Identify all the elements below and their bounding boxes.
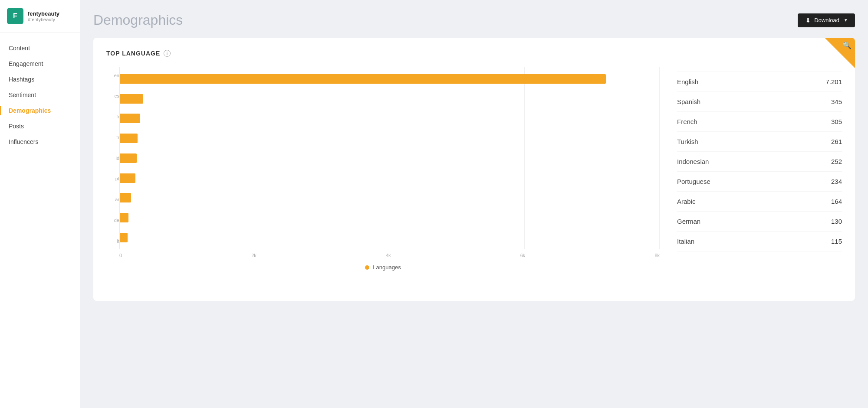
bar-fill bbox=[120, 233, 128, 242]
stat-row: French305 bbox=[677, 112, 842, 132]
bar-chart: enesfrtridptardeit 02k4k6k8k Languages bbox=[106, 67, 660, 288]
avatar: F bbox=[7, 8, 23, 24]
stat-row: English7.201 bbox=[677, 72, 842, 92]
bar-fill bbox=[120, 153, 137, 163]
x-axis-inner: 02k4k6k8k bbox=[119, 253, 660, 258]
y-axis-label: tr bbox=[106, 129, 119, 146]
stat-value: 234 bbox=[831, 178, 842, 185]
x-axis-label: 4k bbox=[386, 253, 391, 258]
brand-section: F fentybeauty #fentybeauty bbox=[0, 0, 80, 33]
x-axis-label: 8k bbox=[654, 253, 660, 258]
download-label: Download bbox=[814, 17, 839, 23]
stat-row: Spanish345 bbox=[677, 92, 842, 112]
main-content: Demographics ⬇ Download ▾ 🔍 TOP LANGUAGE… bbox=[80, 0, 868, 408]
stat-value: 252 bbox=[831, 158, 842, 165]
info-icon[interactable]: i bbox=[164, 50, 171, 57]
stat-value: 7.201 bbox=[825, 78, 842, 85]
stat-language-label: French bbox=[677, 118, 697, 125]
brand-name: fentybeauty bbox=[28, 10, 59, 17]
sidebar-item-engagement[interactable]: Engagement bbox=[0, 56, 80, 72]
y-axis-label: pt bbox=[106, 171, 119, 187]
bar-chart-area: enesfrtridptardeit 02k4k6k8k Languages bbox=[106, 67, 660, 288]
bar-row bbox=[120, 111, 660, 125]
y-axis-label: en bbox=[106, 67, 119, 84]
sidebar-item-hashtags[interactable]: Hashtags bbox=[0, 72, 80, 87]
legend-dot bbox=[365, 265, 369, 270]
brand-text: fentybeauty #fentybeauty bbox=[28, 10, 59, 22]
x-axis: 02k4k6k8k bbox=[106, 253, 660, 258]
stat-language-label: Indonesian bbox=[677, 158, 709, 165]
bar-fill bbox=[120, 74, 606, 84]
y-axis-label: ar bbox=[106, 192, 119, 208]
section-title-text: TOP LANGUAGE bbox=[106, 50, 160, 57]
chart-inner: enesfrtridptardeit bbox=[106, 67, 660, 249]
stat-row: Arabic164 bbox=[677, 192, 842, 212]
top-language-card: 🔍 TOP LANGUAGE i enesfrtridptardeit bbox=[93, 38, 855, 301]
legend-label: Languages bbox=[373, 264, 401, 271]
stat-row: Indonesian252 bbox=[677, 152, 842, 172]
stat-value: 130 bbox=[831, 218, 842, 225]
bar-fill bbox=[120, 114, 140, 123]
bar-row bbox=[120, 191, 660, 205]
stat-language-label: Turkish bbox=[677, 138, 698, 145]
sidebar: F fentybeauty #fentybeauty Content Engag… bbox=[0, 0, 80, 408]
y-axis-label: id bbox=[106, 150, 119, 166]
x-axis-label: 0 bbox=[119, 253, 122, 258]
stat-value: 345 bbox=[831, 98, 842, 105]
chart-plot bbox=[119, 67, 660, 249]
bar-row bbox=[120, 211, 660, 225]
page-title: Demographics bbox=[93, 12, 183, 28]
bar-row bbox=[120, 92, 660, 106]
stat-language-label: Italian bbox=[677, 238, 694, 245]
section-title: TOP LANGUAGE i bbox=[106, 50, 842, 57]
stat-value: 164 bbox=[831, 198, 842, 205]
stat-language-label: Arabic bbox=[677, 198, 696, 205]
search-icon: 🔍 bbox=[843, 38, 855, 49]
stat-language-label: German bbox=[677, 218, 700, 225]
stats-list: English7.201Spanish345French305Turkish26… bbox=[677, 67, 842, 251]
bar-fill bbox=[120, 134, 138, 143]
download-button[interactable]: ⬇ Download ▾ bbox=[798, 13, 855, 27]
y-axis-label: it bbox=[106, 233, 119, 249]
stat-language-label: Portuguese bbox=[677, 178, 710, 185]
bar-row bbox=[120, 72, 660, 86]
stat-value: 305 bbox=[831, 118, 842, 125]
bar-row bbox=[120, 231, 660, 245]
sidebar-item-influencers[interactable]: Influencers bbox=[0, 134, 80, 150]
y-axis-label: fr bbox=[106, 109, 119, 125]
stat-language-label: Spanish bbox=[677, 98, 700, 105]
stat-row: Turkish261 bbox=[677, 132, 842, 152]
y-axis-label: es bbox=[106, 88, 119, 104]
stat-row: Italian115 bbox=[677, 232, 842, 251]
stat-row: Portuguese234 bbox=[677, 172, 842, 192]
sidebar-item-posts[interactable]: Posts bbox=[0, 118, 80, 134]
bar-row bbox=[120, 171, 660, 185]
chevron-down-icon: ▾ bbox=[845, 17, 847, 23]
bar-fill bbox=[120, 193, 131, 202]
sidebar-item-content[interactable]: Content bbox=[0, 40, 80, 56]
bar-row bbox=[120, 131, 660, 145]
bar-fill bbox=[120, 213, 128, 222]
bar-fill bbox=[120, 173, 135, 183]
sidebar-item-sentiment[interactable]: Sentiment bbox=[0, 87, 80, 103]
stat-value: 261 bbox=[831, 138, 842, 145]
brand-handle: #fentybeauty bbox=[28, 17, 59, 22]
download-icon: ⬇ bbox=[806, 17, 811, 24]
chart-container: enesfrtridptardeit 02k4k6k8k Languages bbox=[106, 67, 842, 288]
x-axis-label: 2k bbox=[251, 253, 256, 258]
stat-value: 115 bbox=[831, 238, 842, 245]
sidebar-item-demographics[interactable]: Demographics bbox=[0, 103, 80, 118]
bar-fill bbox=[120, 94, 143, 104]
sidebar-nav: Content Engagement Hashtags Sentiment De… bbox=[0, 33, 80, 157]
y-axis-labels: enesfrtridptardeit bbox=[106, 67, 119, 249]
bar-row bbox=[120, 151, 660, 165]
chart-legend: Languages bbox=[106, 264, 660, 271]
stat-row: German130 bbox=[677, 212, 842, 232]
stat-language-label: English bbox=[677, 78, 698, 85]
header-row: Demographics ⬇ Download ▾ bbox=[93, 12, 855, 28]
y-axis-label: de bbox=[106, 212, 119, 228]
x-axis-label: 6k bbox=[520, 253, 526, 258]
bars-container bbox=[120, 67, 660, 249]
